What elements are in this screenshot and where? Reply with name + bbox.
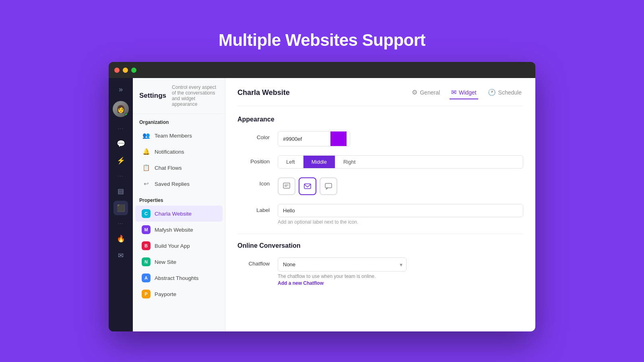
icon-group xyxy=(278,177,523,195)
chatflow-row: Chatflow None Flow 1 Flow 2 ▾ The chatfl… xyxy=(237,257,523,286)
label-row: Label Add an optional label next to the … xyxy=(237,204,523,225)
color-row: Color xyxy=(237,131,523,146)
color-swatch[interactable] xyxy=(330,132,347,146)
charla-website-badge: C xyxy=(142,209,151,218)
new-site-badge: N xyxy=(142,257,151,266)
sidebar-icon-lightning[interactable]: ⚡ xyxy=(114,153,128,168)
position-right-btn[interactable]: Right xyxy=(335,156,363,168)
settings-panel-title: Settings xyxy=(139,92,166,100)
position-middle-btn[interactable]: Middle xyxy=(303,156,335,168)
online-status-dot xyxy=(125,113,128,117)
add-chatflow-link[interactable]: Add a new Chatflow xyxy=(278,280,324,286)
panel-item-abstract-thoughts-label: Abstract Thoughts xyxy=(155,275,198,281)
position-label: Position xyxy=(237,155,270,165)
svg-rect-4 xyxy=(325,183,332,188)
section-divider xyxy=(237,234,523,234)
dot-yellow[interactable] xyxy=(123,68,128,73)
svg-rect-3 xyxy=(304,184,311,189)
settings-panel-desc: Control every aspect of the conversation… xyxy=(172,84,219,107)
widget-tab-label: Widget xyxy=(459,89,477,96)
general-tab-icon: ⚙ xyxy=(412,88,417,96)
icon-control xyxy=(278,177,523,195)
label-hint: Add an optional label next to the icon. xyxy=(278,219,523,225)
website-header: Charla Website ⚙ General ✉ Widget 🕐 Sch xyxy=(237,86,523,106)
sidebar-icon-mail[interactable]: ✉ xyxy=(114,248,128,263)
icon-row: Icon xyxy=(237,177,523,195)
dot-green[interactable] xyxy=(131,68,136,73)
tab-general[interactable]: ⚙ General xyxy=(410,86,442,99)
panel-item-chat-flows[interactable]: 📋 Chat Flows xyxy=(135,160,223,176)
label-control: Add an optional label next to the icon. xyxy=(278,204,523,225)
main-content: Charla Website ⚙ General ✉ Widget 🕐 Sch xyxy=(225,78,535,331)
chatflow-hint: The chatflow to use when your team is on… xyxy=(278,274,523,279)
position-control: Left Middle Right xyxy=(278,155,523,169)
schedule-tab-icon: 🕐 xyxy=(488,88,496,96)
notifications-icon: 🔔 xyxy=(142,147,151,156)
appearance-section-title: Appearance xyxy=(237,116,523,123)
tab-schedule[interactable]: 🕐 Schedule xyxy=(486,86,523,99)
panel-item-saved-replies[interactable]: ↩ Saved Replies xyxy=(135,176,223,192)
color-hex-input[interactable] xyxy=(278,133,330,145)
panel-item-chat-flows-label: Chat Flows xyxy=(155,165,182,171)
chatflow-select[interactable]: None Flow 1 Flow 2 xyxy=(278,257,407,272)
panel-item-new-site[interactable]: N New Site xyxy=(135,254,223,270)
icon-choice-chat[interactable] xyxy=(278,177,295,195)
sidebar-icon-table[interactable]: ▤ xyxy=(114,184,128,198)
sidebar-dots-3: ··· xyxy=(118,218,124,229)
panel-item-build-your-app-label: Build Your App xyxy=(155,243,190,249)
panel-item-payporte[interactable]: P Payporte xyxy=(135,286,223,302)
panel-item-new-site-label: New Site xyxy=(155,259,176,265)
position-group: Left Middle Right xyxy=(278,155,523,169)
browser-window: » 👩 ··· 💬 ⚡ ··· ▤ ⬛ ··· 🔥 ✉ Settings Con… xyxy=(109,62,535,331)
panel-item-saved-replies-label: Saved Replies xyxy=(155,181,190,187)
panel-item-team-members-label: Team Members xyxy=(155,133,192,139)
settings-header: Settings Control every aspect of the con… xyxy=(133,84,225,114)
sidebar-icon-fire[interactable]: 🔥 xyxy=(114,231,128,246)
avatar[interactable]: 👩 xyxy=(113,101,129,117)
mafysh-website-badge: M xyxy=(142,225,151,234)
icon-choice-comment[interactable] xyxy=(320,177,337,195)
team-members-icon: 👥 xyxy=(142,131,151,140)
panel-item-build-your-app[interactable]: B Build Your App xyxy=(135,238,223,254)
icon-choice-envelope[interactable] xyxy=(299,177,316,195)
website-name: Charla Website xyxy=(237,88,402,97)
chatflow-label: Chatflow xyxy=(237,257,270,267)
position-left-btn[interactable]: Left xyxy=(278,156,303,168)
icon-label: Icon xyxy=(237,177,270,187)
tab-widget[interactable]: ✉ Widget xyxy=(450,86,478,99)
props-section-title: Properties xyxy=(133,192,225,206)
browser-content: » 👩 ··· 💬 ⚡ ··· ▤ ⬛ ··· 🔥 ✉ Settings Con… xyxy=(109,78,535,331)
position-row: Position Left Middle Right xyxy=(237,155,523,169)
payporte-badge: P xyxy=(142,290,151,298)
panel-item-abstract-thoughts[interactable]: A Abstract Thoughts xyxy=(135,270,223,286)
color-label: Color xyxy=(237,131,270,140)
chatflow-select-wrap: None Flow 1 Flow 2 ▾ xyxy=(278,257,407,272)
sidebar-chevron[interactable]: » xyxy=(116,82,126,97)
chat-flows-icon: 📋 xyxy=(142,163,151,172)
label-label: Label xyxy=(237,204,270,213)
label-text-input[interactable] xyxy=(278,204,523,217)
dot-red[interactable] xyxy=(114,68,120,73)
panel-item-team-members[interactable]: 👥 Team Members xyxy=(135,128,223,144)
general-tab-label: General xyxy=(420,89,440,96)
panel-item-charla-website-label: Charla Website xyxy=(155,211,192,217)
panel-item-notifications[interactable]: 🔔 Notifications xyxy=(135,144,223,160)
sidebar-icon-chat[interactable]: 💬 xyxy=(114,136,128,151)
page-title: Multiple Websites Support xyxy=(219,31,425,50)
org-section-title: Organization xyxy=(133,114,225,128)
sidebar: » 👩 ··· 💬 ⚡ ··· ▤ ⬛ ··· 🔥 ✉ xyxy=(109,78,133,331)
panel-item-charla-website[interactable]: C Charla Website xyxy=(135,206,223,222)
sidebar-dots-1: ··· xyxy=(118,123,124,134)
title-bar xyxy=(109,62,535,78)
widget-tab-icon: ✉ xyxy=(451,88,456,96)
build-your-app-badge: B xyxy=(142,241,151,250)
panel-item-payporte-label: Payporte xyxy=(155,291,176,297)
chatflow-control: None Flow 1 Flow 2 ▾ The chatflow to use… xyxy=(278,257,523,286)
tab-group: ⚙ General ✉ Widget 🕐 Schedule xyxy=(410,86,523,99)
color-input-group xyxy=(278,131,350,146)
sidebar-icon-widget[interactable]: ⬛ xyxy=(114,201,128,215)
svg-rect-0 xyxy=(283,183,290,188)
left-panel: Settings Control every aspect of the con… xyxy=(133,78,225,331)
schedule-tab-label: Schedule xyxy=(498,89,522,96)
panel-item-mafysh-website[interactable]: M Mafysh Website xyxy=(135,222,223,238)
